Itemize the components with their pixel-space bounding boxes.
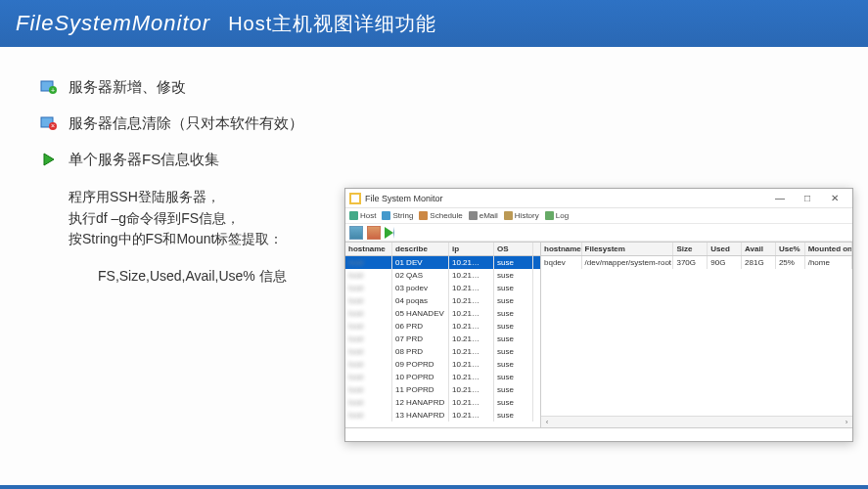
cell-hostname: host [345, 294, 392, 307]
cell-os: suse [494, 256, 533, 269]
play-icon [39, 151, 59, 168]
host-row[interactable]: host13 HANAPRD10.21…suse [345, 409, 540, 422]
cell-ip: 10.21… [449, 333, 494, 345]
close-button[interactable]: ✕ [821, 190, 848, 207]
cell-hostname: host [345, 307, 392, 320]
col-describe[interactable]: describe [392, 243, 449, 255]
host-row[interactable]: host05 HANADEV10.21…suse [345, 307, 540, 320]
col-os[interactable]: OS [494, 243, 533, 255]
svg-marker-6 [44, 154, 54, 165]
host-row[interactable]: host08 PRD10.21…suse [345, 345, 540, 358]
cell-used: 90G [708, 256, 742, 269]
menu-schedule[interactable]: Schedule [419, 211, 462, 220]
cell-describe: 06 PRD [392, 320, 449, 333]
server-delete-icon: × [39, 114, 59, 132]
hscrollbar[interactable]: ‹ › [541, 416, 852, 427]
cell-ip: 10.21… [449, 345, 494, 358]
col-mounted[interactable]: Mounted on [805, 243, 852, 255]
cell-describe: 07 PRD [392, 333, 449, 345]
cell-hostname: host [345, 333, 392, 345]
host-row[interactable]: host07 PRD10.21…suse [345, 333, 540, 345]
host-row[interactable]: host04 poqas10.21…suse [345, 294, 540, 307]
server-add-icon: + [39, 78, 59, 96]
cell-ip: 10.21… [449, 282, 494, 294]
col-hostname[interactable]: hostname [345, 243, 392, 255]
cell-ip: 10.21… [449, 371, 494, 383]
titlebar[interactable]: File System Monitor — □ ✕ [345, 189, 852, 208]
explain-l3: 按String中的FS和Mount标签提取： [69, 229, 343, 250]
cell-describe: 11 POPRD [392, 383, 449, 396]
col-size[interactable]: Size [673, 243, 708, 255]
cell-os: suse [494, 383, 533, 396]
toolbar-add-icon[interactable] [349, 226, 363, 240]
cell-describe: 01 DEV [392, 256, 449, 269]
cell-hostname2: bqdev [541, 256, 582, 269]
cell-os: suse [494, 294, 533, 307]
cell-os: suse [494, 409, 533, 422]
col-hostname2[interactable]: hostname [541, 243, 582, 255]
host-row[interactable]: host12 HANAPRD10.21…suse [345, 396, 540, 409]
toolbar-delete-icon[interactable] [367, 226, 381, 240]
cell-describe: 10 POPRD [392, 371, 449, 383]
toolbar-run-icon[interactable] [385, 227, 394, 239]
host-row[interactable]: host03 podev10.21…suse [345, 282, 540, 294]
cell-hostname: host [345, 371, 392, 383]
cell-hostname: host [345, 409, 392, 422]
explain-l1: 程序用SSH登陆服务器， [69, 187, 343, 208]
col-ip[interactable]: ip [449, 243, 494, 255]
cell-hostname: host [345, 383, 392, 396]
cell-avail: 281G [742, 256, 776, 269]
cell-describe: 09 POPRD [392, 358, 449, 371]
bullet-collect: 单个服务器FS信息收集 [69, 151, 219, 169]
host-row[interactable]: host11 POPRD10.21…suse [345, 383, 540, 396]
host-row[interactable]: host01 DEV10.21…suse [345, 256, 540, 269]
menu-email[interactable]: eMail [469, 211, 498, 220]
host-grid-header: hostname describe ip OS [345, 243, 540, 256]
cell-os: suse [494, 396, 533, 409]
cell-hostname: host [345, 358, 392, 371]
cell-describe: 13 HANAPRD [392, 409, 449, 422]
explain-block: 程序用SSH登陆服务器， 执行df –g命令得到FS信息， 按String中的F… [69, 187, 343, 250]
cell-os: suse [494, 307, 533, 320]
bullet-clear: 服务器信息清除（只对本软件有效） [69, 114, 303, 133]
slide-header: FileSystemMonitor Host主机视图详细功能 [0, 0, 868, 47]
fs-grid-header: hostname Filesystem Size Used Avail Use%… [541, 243, 852, 256]
toolbar [345, 224, 852, 242]
host-row[interactable]: host06 PRD10.21…suse [345, 320, 540, 333]
cell-os: suse [494, 345, 533, 358]
cell-ip: 10.21… [449, 383, 494, 396]
cell-ip: 10.21… [449, 396, 494, 409]
fs-row[interactable]: bqdev/dev/mapper/system-root370G90G281G2… [541, 256, 852, 269]
menu-log[interactable]: Log [545, 211, 569, 220]
col-usepct[interactable]: Use% [776, 243, 805, 255]
header-subtitle: Host主机视图详细功能 [228, 11, 436, 37]
menu-host[interactable]: Host [349, 211, 376, 220]
cell-hostname: host [345, 269, 392, 282]
statusbar [345, 427, 852, 441]
col-filesystem[interactable]: Filesystem [582, 243, 674, 255]
scroll-right-icon[interactable]: › [841, 418, 852, 426]
host-row[interactable]: host10 POPRD10.21…suse [345, 371, 540, 383]
cell-ip: 10.21… [449, 256, 494, 269]
host-row[interactable]: host09 POPRD10.21…suse [345, 358, 540, 371]
scroll-left-icon[interactable]: ‹ [541, 418, 553, 426]
explain-l2: 执行df –g命令得到FS信息， [69, 208, 343, 230]
minimize-button[interactable]: — [766, 190, 794, 207]
cell-os: suse [494, 371, 533, 383]
app-icon [349, 193, 361, 204]
menubar: Host String Schedule eMail History Log [345, 208, 852, 224]
col-used[interactable]: Used [708, 243, 742, 255]
svg-rect-8 [351, 195, 359, 202]
host-row[interactable]: host02 QAS10.21…suse [345, 269, 540, 282]
col-avail[interactable]: Avail [742, 243, 776, 255]
cell-hostname: host [345, 345, 392, 358]
app-window: File System Monitor — □ ✕ Host String Sc… [344, 188, 853, 442]
cell-ip: 10.21… [449, 320, 494, 333]
menu-string[interactable]: String [382, 211, 413, 220]
menu-history[interactable]: History [504, 211, 539, 220]
cell-describe: 03 podev [392, 282, 449, 294]
maximize-button[interactable]: □ [794, 190, 821, 207]
cell-os: suse [494, 333, 533, 345]
cell-hostname: host [345, 396, 392, 409]
bullet-add-modify: 服务器新增、修改 [69, 78, 186, 97]
